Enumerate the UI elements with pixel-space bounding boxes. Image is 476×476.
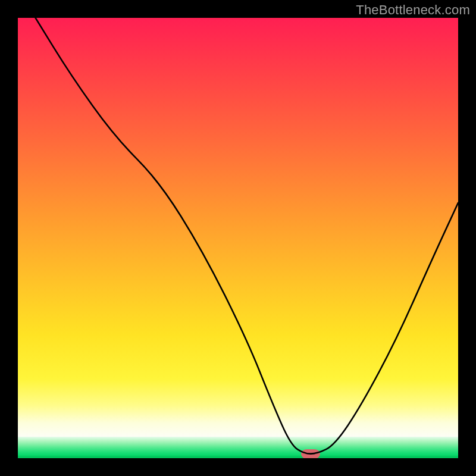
plot-area (18, 18, 458, 458)
curve-path (36, 18, 458, 454)
bottleneck-curve (18, 18, 458, 458)
watermark-text: TheBottleneck.com (356, 2, 470, 18)
chart-frame: TheBottleneck.com (0, 0, 476, 476)
